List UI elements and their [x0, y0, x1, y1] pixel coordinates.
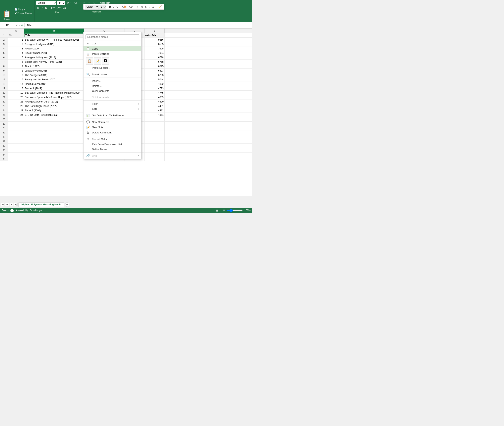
mini-comma-button[interactable]: , — [148, 5, 151, 9]
cell-a1[interactable]: No. — [8, 33, 24, 37]
cell-b1[interactable]: Title — [24, 33, 84, 37]
cell-b18[interactable]: Finding Dory (2016) — [24, 82, 84, 86]
cell-b19[interactable]: Frozen II (2019) — [24, 86, 84, 90]
col-header-a[interactable]: A — [8, 28, 24, 33]
mini-percent-button[interactable]: % — [140, 5, 144, 9]
cell-e23[interactable]: 4481 — [145, 104, 165, 108]
cell-b32[interactable] — [24, 144, 84, 148]
cell-a3[interactable]: 2 — [8, 42, 24, 46]
formula-bar-icon-x[interactable]: ✕ — [16, 24, 18, 27]
cell-b28[interactable] — [24, 126, 84, 130]
mini-underline-button[interactable]: U — [115, 5, 119, 9]
cell-a31[interactable] — [8, 139, 24, 143]
cell-a23[interactable]: 22 — [8, 104, 24, 108]
cell-e17[interactable]: 5044 — [145, 77, 165, 82]
paste-button[interactable]: 📋 Paste — [1, 1, 13, 21]
cell-e25[interactable]: 4351 — [145, 113, 165, 117]
cell-b7[interactable]: Spider-Man: No Way Home (2021) — [24, 60, 84, 64]
cell-a30[interactable] — [8, 135, 24, 139]
cell-e5[interactable]: 7004 — [145, 51, 165, 55]
cell-e31[interactable] — [145, 139, 165, 143]
cell-b6[interactable]: Avengers: Infinity War (2018) — [24, 55, 84, 59]
cell-e27[interactable] — [145, 121, 165, 126]
mini-decrease-decimal-button[interactable]: .0← — [151, 5, 157, 9]
mini-font-color-button[interactable]: A🖊 — [128, 5, 134, 9]
cell-b27[interactable] — [24, 121, 84, 126]
context-menu-item-clear-contents[interactable]: Clear Contents — [83, 88, 141, 93]
cell-a4[interactable]: 3 — [8, 46, 24, 51]
cell-e33[interactable] — [145, 148, 165, 152]
font-size-select[interactable]: 11 — [57, 1, 65, 5]
cell-e8[interactable]: 6595 — [145, 64, 165, 68]
cell-e7[interactable]: 6758 — [145, 60, 165, 64]
cell-a33[interactable] — [8, 148, 24, 152]
cell-b17[interactable]: Beauty and the Beast (2017) — [24, 77, 84, 82]
cell-e19[interactable]: 4773 — [145, 86, 165, 90]
context-menu-item-get-data[interactable]: 📊 Get Data from Table/Range... — [83, 113, 141, 118]
context-menu-item-insert[interactable]: Insert... — [83, 78, 141, 83]
context-menu-item-paste-special[interactable]: Paste Special... — [83, 65, 141, 70]
cell-a2[interactable]: 1 — [8, 38, 24, 42]
cell-e10[interactable]: 6233 — [145, 73, 165, 77]
cell-a26[interactable] — [8, 117, 24, 121]
cell-e3[interactable]: 8585 — [145, 42, 165, 46]
context-menu-item-define-name[interactable]: Define Name... — [83, 147, 141, 152]
add-sheet-button[interactable]: + — [65, 202, 69, 207]
col-header-e[interactable]: E — [145, 28, 165, 33]
cell-a7[interactable]: 6 — [8, 60, 24, 64]
context-menu-item-format-cells[interactable]: ⊞ Format Cells... — [83, 136, 141, 142]
font-grow-button[interactable]: A↑ — [66, 1, 72, 5]
format-painter-button[interactable]: 🖌 Format Painter — [13, 11, 33, 15]
cell-a9[interactable]: 8 — [8, 69, 24, 73]
cell-e35[interactable] — [145, 157, 165, 161]
cell-a28[interactable] — [8, 126, 24, 130]
sheet-tab-main[interactable]: Highest Holywood Grossing Movie — [19, 202, 64, 206]
paste-option-default[interactable]: 📋 — [86, 57, 93, 64]
cell-a22[interactable]: 21 — [8, 99, 24, 104]
cell-a24[interactable]: 23 — [8, 108, 24, 113]
zoom-slider[interactable] — [227, 209, 243, 212]
cell-b4[interactable]: Avatar (2009) — [24, 46, 84, 51]
paste-option-picture[interactable]: 🖼 — [102, 57, 109, 64]
tab-nav-next[interactable]: ▶ — [10, 203, 13, 206]
formula-bar-icon-check[interactable]: ✓ — [19, 24, 21, 27]
cell-e24[interactable]: 4412 — [145, 108, 165, 113]
cell-a20[interactable]: 19 — [8, 91, 24, 95]
cell-e26[interactable] — [145, 117, 165, 121]
status-view-page-layout[interactable]: □ — [220, 209, 221, 212]
cell-b31[interactable] — [24, 139, 84, 143]
cell-e9[interactable]: 6523 — [145, 69, 165, 73]
cell-e18[interactable]: 4862 — [145, 82, 165, 86]
bold-button[interactable]: B — [36, 6, 40, 10]
context-menu-item-sort[interactable]: Sort › — [83, 106, 141, 111]
context-search-input[interactable] — [85, 34, 139, 39]
cell-b25[interactable]: E.T. the Extra-Terrestrial (1982) — [24, 113, 84, 117]
mini-fill-color-button[interactable]: A🎨 — [121, 5, 128, 9]
status-view-normal[interactable]: ▦ — [216, 209, 218, 212]
cell-b9[interactable]: Jurassic World (2015) — [24, 69, 84, 73]
mini-currency-button[interactable]: $ — [144, 5, 147, 9]
cell-e6[interactable]: 6788 — [145, 55, 165, 59]
fill-color-button[interactable]: A▾ — [56, 6, 62, 10]
cell-b8[interactable]: Titanic (1997) — [24, 64, 84, 68]
cell-a17[interactable]: 16 — [8, 77, 24, 82]
cell-a32[interactable] — [8, 144, 24, 148]
cell-e20[interactable]: 4745 — [145, 91, 165, 95]
cell-b3[interactable]: Avengers: Endgame (2019) — [24, 42, 84, 46]
cell-b30[interactable] — [24, 135, 84, 139]
mini-eraser-button[interactable]: 🧹 — [158, 5, 163, 9]
cell-a27[interactable] — [8, 121, 24, 126]
context-menu-item-filter[interactable]: Filter › — [83, 101, 141, 106]
formula-bar-icon-fx[interactable]: fx — [21, 24, 24, 27]
context-menu-item-new-note[interactable]: 📝 New Note — [83, 125, 141, 130]
cell-b22[interactable]: Avengers: Age of Ultron (2015) — [24, 99, 84, 104]
cell-e32[interactable] — [145, 144, 165, 148]
cell-e28[interactable] — [145, 126, 165, 130]
cell-a10[interactable]: 9 — [8, 73, 24, 77]
cell-b23[interactable]: The Dark Knight Rises (2012) — [24, 104, 84, 108]
cell-a25[interactable]: 24 — [8, 113, 24, 117]
cell-a6[interactable]: 5 — [8, 55, 24, 59]
font-color-button[interactable]: A▾ — [62, 6, 68, 10]
mini-center-button[interactable]: ≡ — [136, 5, 139, 9]
cell-b2[interactable]: Star Wars: Episode VII - The Force Awake… — [24, 38, 84, 42]
